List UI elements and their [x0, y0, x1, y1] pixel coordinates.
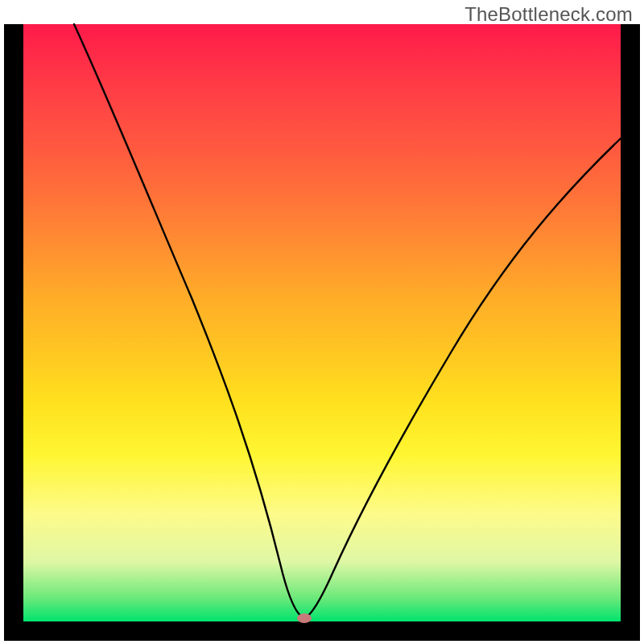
chart-stage: TheBottleneck.com	[0, 0, 644, 644]
gradient-background	[23, 24, 621, 621]
watermark-text: TheBottleneck.com	[464, 3, 633, 26]
